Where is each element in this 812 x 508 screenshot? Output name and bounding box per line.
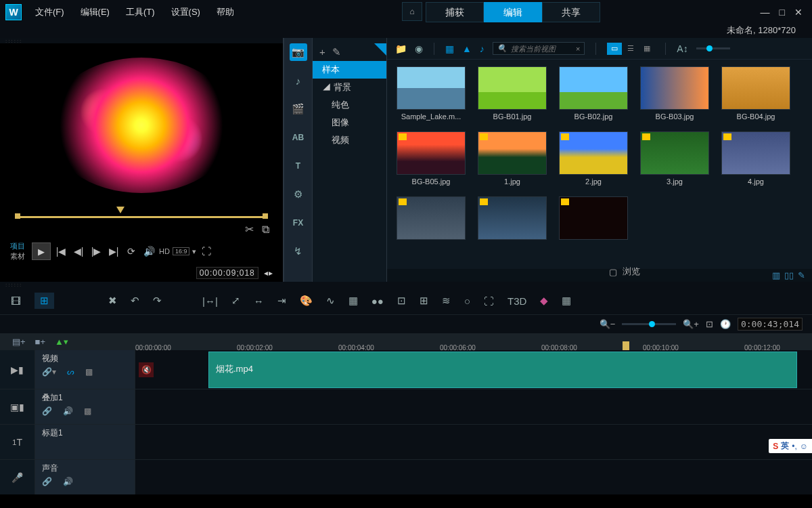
thumbnail-item[interactable]: BG-B01.jpg [478,66,547,121]
tl-audio-wave-icon[interactable]: ∿ [326,295,335,307]
minimize-button[interactable]: — [761,7,770,18]
tree-videos[interactable]: 视频 [313,131,386,149]
mute-icon[interactable]: 🔊 [63,406,73,416]
track-video-body[interactable]: 🔇 烟花.mp4 [135,350,812,389]
tl-stretch-icon[interactable]: ↔ [254,295,264,307]
panel-grip[interactable]: :::::: [0,38,283,43]
sort-icon[interactable]: A↕ [677,43,687,54]
cat-graphics-icon[interactable]: ⚙ [290,186,307,203]
clip-mute-icon[interactable]: 🔇 [139,362,154,377]
thumbnail-item[interactable] [478,196,547,242]
thumbnail-item[interactable] [397,196,466,242]
cat-media-icon[interactable]: 📷 [290,43,307,61]
tl-chapter-icon[interactable]: ◆ [540,295,548,307]
maximize-button[interactable]: □ [780,7,785,18]
zoom-fit-icon[interactable]: ⊡ [706,319,713,329]
cat-text-icon[interactable]: T [290,157,307,175]
menu-file[interactable]: 文件(F) [27,0,72,24]
panel-layout-2-icon[interactable]: ▯▯ [784,270,794,280]
tl-multigrid-icon[interactable]: ⊞ [420,295,428,307]
effects-icon[interactable]: ᔕ [67,367,74,377]
timeline-grip[interactable]: :::::: [0,282,812,287]
track-title-icon[interactable]: 1T [0,425,35,459]
tl-crop-icon[interactable]: ⛶ [484,295,494,307]
clear-search-icon[interactable]: × [576,45,580,53]
disable-track-icon[interactable]: ▩ [84,406,91,416]
ime-indicator[interactable]: S 英 •, ☺ [769,439,812,453]
split-icon[interactable]: ⧉ [262,224,269,236]
close-button[interactable]: ✕ [794,7,803,18]
thumbnail-item[interactable]: 4.jpg [721,131,790,186]
cat-fx-icon[interactable]: FX [290,214,307,232]
track-title-header[interactable]: 标题1 [35,425,135,459]
tl-mosaic-icon[interactable]: ▦ [348,295,358,307]
tl-redo-icon[interactable]: ↷ [153,295,162,307]
tl-subtitle-icon[interactable]: ⊡ [397,295,406,307]
tl-timeline-icon[interactable]: ⊞ [35,293,54,309]
video-clip[interactable]: 烟花.mp4 [208,352,797,388]
view-list-icon[interactable]: ☰ [623,43,638,55]
mute-icon[interactable]: 🔊 [63,477,73,486]
thumbnail-item[interactable]: 1.jpg [478,131,547,186]
thumbnail-item[interactable]: BG-B03.jpg [640,66,709,121]
cut-icon[interactable]: ✂ [245,223,254,236]
tree-images[interactable]: 图像 [313,114,386,131]
track-marker-icon[interactable]: ▲▾ [55,337,68,347]
menu-settings[interactable]: 设置(S) [163,0,208,24]
track-title-body[interactable] [135,425,812,459]
pin-icon[interactable] [374,43,386,56]
tab-capture[interactable]: 捕获 [426,2,484,22]
mode-project-label[interactable]: 项目 [10,241,25,251]
next-frame-icon[interactable]: |▶ [89,246,104,257]
filter-audio-icon[interactable]: ♪ [480,43,484,54]
filter-photo-icon[interactable]: ▲ [462,43,472,54]
cat-transition-icon[interactable]: 🎬 [290,100,307,118]
capture-icon[interactable]: ◉ [415,43,423,54]
thumbnail-item[interactable] [559,196,628,242]
search-box[interactable]: 🔍 × [493,42,585,55]
tree-solid-color[interactable]: 纯色 [313,96,386,114]
panel-edit-icon[interactable]: ✎ [798,270,805,280]
tl-3d-title-icon[interactable]: T3D [508,295,526,307]
timecode-stepper-icon[interactable]: ◂▸ [264,268,273,278]
tree-samples[interactable]: 样本 [313,61,386,79]
tl-fit-icon[interactable]: ⤢ [231,295,240,307]
cat-audio-icon[interactable]: ♪ [290,72,307,89]
tl-grid-icon[interactable]: ▦ [562,295,571,307]
search-input[interactable] [511,45,572,53]
aspect-ratio-selector[interactable]: 16:9 [173,247,190,255]
import-folder-icon[interactable]: 📁 [395,43,407,54]
link-icon[interactable]: 🔗▾ [42,367,56,377]
duration-clock-icon[interactable]: 🕐 [720,319,731,329]
track-opts-icon[interactable]: ■+ [35,337,45,347]
tree-backgrounds[interactable]: ◢ 背景 [313,79,386,96]
loop-icon[interactable]: ⟳ [124,246,139,257]
menu-tools[interactable]: 工具(T) [118,0,163,24]
edit-tree-icon[interactable]: ✎ [332,46,341,58]
track-add-icon[interactable]: ▤+ [12,337,26,347]
thumbnail-item[interactable]: BG-B05.jpg [397,131,466,186]
zoom-in-icon[interactable]: 🔍+ [683,319,699,329]
scrub-marker-icon[interactable] [116,207,125,213]
thumb-size-slider[interactable] [696,47,730,49]
tab-edit[interactable]: 编辑 [484,2,542,22]
track-video-icon[interactable]: ▶▮ [0,350,35,389]
link-icon[interactable]: 🔗 [42,406,52,416]
tl-record-icon[interactable]: 🎨 [300,295,313,307]
thumbnail-item[interactable]: 3.jpg [640,131,709,186]
aspect-chevron-down-icon[interactable]: ▾ [192,247,196,256]
tl-undo-icon[interactable]: ↶ [131,295,139,307]
menu-help[interactable]: 帮助 [208,0,242,24]
tl-slip-icon[interactable]: ⇥ [277,295,286,307]
zoom-slider[interactable] [622,323,676,325]
cat-paths-icon[interactable]: ↯ [290,242,307,260]
browse-button[interactable]: ▢ 浏览 [609,266,640,278]
fullscreen-icon[interactable]: ⛶ [199,246,214,257]
hd-label[interactable]: HD [159,247,170,255]
menu-edit[interactable]: 编辑(E) [72,0,118,24]
track-overlay-body[interactable] [135,389,812,424]
panel-layout-1-icon[interactable]: ▥ [772,270,780,280]
play-button[interactable]: ▶ [32,242,51,260]
thumbnail-item[interactable]: Sample_Lake.m... [397,66,466,121]
track-voice-body[interactable] [135,460,812,494]
